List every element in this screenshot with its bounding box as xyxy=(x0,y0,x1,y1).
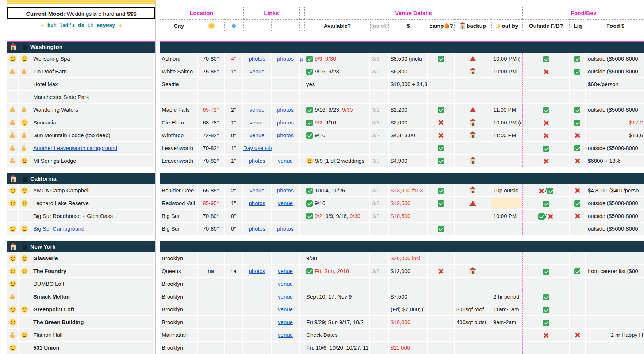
link-3-cell[interactable] xyxy=(300,142,304,155)
rating-1-cell[interactable] xyxy=(7,316,19,329)
price-cell[interactable]: $11,000 xyxy=(389,342,428,354)
outside-fb-cell[interactable] xyxy=(522,316,570,329)
food-cost-cell[interactable] xyxy=(586,290,644,303)
link-2-cell[interactable] xyxy=(272,78,300,91)
link-3-cell[interactable] xyxy=(300,65,304,78)
link-venue[interactable]: venue xyxy=(250,132,265,138)
section-icon-cell[interactable] xyxy=(19,173,30,184)
venue-name-cell[interactable]: Another Leavenworth campground xyxy=(30,142,155,155)
available-cell[interactable]: 9/2, 9/16 xyxy=(304,116,370,129)
temp-cell[interactable]: 65-72° xyxy=(198,104,225,116)
rating-2-cell[interactable] xyxy=(19,329,30,342)
rating-1-cell[interactable] xyxy=(7,278,19,290)
rain-cell[interactable] xyxy=(225,78,243,91)
backup-cell[interactable] xyxy=(455,278,491,290)
link-3-cell[interactable] xyxy=(300,129,304,142)
venue-name-cell[interactable]: Glasserie xyxy=(30,252,155,265)
section-icon-cell[interactable] xyxy=(19,241,30,252)
rain-cell[interactable] xyxy=(225,252,243,265)
link-photos[interactable]: photos xyxy=(249,158,265,164)
liquor-cell[interactable] xyxy=(570,329,586,342)
rain-cell[interactable] xyxy=(225,342,243,354)
liquor-cell[interactable] xyxy=(570,303,586,316)
available-cell[interactable] xyxy=(304,303,370,316)
link-venue[interactable]: venue xyxy=(250,187,265,193)
city-cell[interactable]: Brooklyn xyxy=(160,303,198,316)
food-cost-cell[interactable] xyxy=(586,342,644,354)
price-cell[interactable]: (Fri) $7,000; ( xyxy=(389,303,428,316)
backup-cell[interactable] xyxy=(455,129,491,142)
rating-1-cell[interactable] xyxy=(7,184,19,197)
temp-cell[interactable] xyxy=(198,303,225,316)
venue-name-cell[interactable]: Suncadia xyxy=(30,116,155,129)
rain-cell[interactable]: 1" xyxy=(225,155,243,168)
section-icon-cell[interactable] xyxy=(19,42,30,53)
city-cell[interactable]: Queens xyxy=(160,265,198,278)
available-cell[interactable]: Fri 9/29; Sun 9/17, 10/2 xyxy=(304,316,370,329)
rating-2-cell[interactable] xyxy=(19,116,30,129)
rating-2-cell[interactable] xyxy=(19,316,30,329)
link-3-cell[interactable] xyxy=(300,184,304,197)
camp-cell[interactable] xyxy=(428,104,455,116)
city-cell[interactable]: Leavenworth xyxy=(160,155,198,168)
link-photos[interactable]: photos xyxy=(249,226,265,232)
price-cell[interactable]: $10,000 + $1,3 xyxy=(389,78,428,91)
price-cell[interactable]: $26,000 incl xyxy=(389,252,428,265)
link-venue[interactable]: venue xyxy=(278,332,293,338)
rating-1-cell[interactable] xyxy=(7,290,19,303)
camp-cell[interactable] xyxy=(428,184,455,197)
col-header-available[interactable]: Available? xyxy=(304,19,370,32)
camp-cell[interactable] xyxy=(428,116,455,129)
link-1-cell[interactable]: venue xyxy=(243,116,272,129)
backup-cell[interactable] xyxy=(455,155,491,168)
out-by-cell[interactable]: 11:00 PM xyxy=(491,129,522,142)
food-cost-cell[interactable]: outside ($5000-8000 xyxy=(586,142,644,155)
camp-cell[interactable] xyxy=(428,223,455,235)
available-cell[interactable] xyxy=(304,278,370,290)
outside-fb-cell[interactable] xyxy=(522,329,570,342)
link-venue[interactable]: venue xyxy=(278,306,293,312)
temp-cell[interactable]: na xyxy=(198,265,225,278)
rating-2-cell[interactable] xyxy=(19,210,30,223)
col-header-outside-fb[interactable]: Outside F/B? xyxy=(522,19,570,32)
link-1-cell[interactable]: venue xyxy=(243,184,272,197)
link-1-cell[interactable]: photos xyxy=(243,53,272,65)
col-header-link-2[interactable] xyxy=(272,19,300,32)
city-cell[interactable]: Brooklyn xyxy=(160,290,198,303)
price-cell[interactable]: $4,900 xyxy=(389,155,428,168)
backup-cell[interactable] xyxy=(455,116,491,129)
temp-cell[interactable]: 70-80° xyxy=(198,53,225,65)
link-2-cell[interactable]: venue xyxy=(272,278,300,290)
col-header-price[interactable]: $ xyxy=(389,19,428,32)
link-photos[interactable]: photos xyxy=(249,200,265,206)
backup-cell[interactable] xyxy=(455,184,491,197)
price-cell[interactable]: $7,500 xyxy=(389,290,428,303)
liquor-cell[interactable] xyxy=(570,278,586,290)
col-header-rain[interactable] xyxy=(225,19,243,32)
venue-name-cell[interactable]: Wellspring Spa xyxy=(30,53,155,65)
link-2-cell[interactable]: venue xyxy=(272,290,300,303)
as-of-cell[interactable]: 3/3 xyxy=(370,155,389,168)
rain-cell[interactable]: 1" xyxy=(225,142,243,155)
temp-cell[interactable] xyxy=(198,290,225,303)
city-cell[interactable]: Winthrop xyxy=(160,129,198,142)
link-photos[interactable]: photos xyxy=(249,55,265,62)
city-cell[interactable]: Cle Elum xyxy=(160,116,198,129)
link-3-cell[interactable] xyxy=(300,342,304,354)
liquor-cell[interactable] xyxy=(570,290,586,303)
link-3-cell[interactable] xyxy=(300,303,304,316)
section-title-cell[interactable]: Washington xyxy=(30,42,155,53)
rain-cell[interactable] xyxy=(225,316,243,329)
temp-cell[interactable] xyxy=(198,252,225,265)
link-2-cell[interactable] xyxy=(272,252,300,265)
food-cost-cell[interactable]: $60+/person xyxy=(586,78,644,91)
temp-cell[interactable]: 70-80° xyxy=(198,210,225,223)
backup-cell[interactable] xyxy=(455,290,491,303)
camp-cell[interactable] xyxy=(428,303,455,316)
temp-cell[interactable]: 65-85° xyxy=(198,184,225,197)
link-2-cell[interactable]: venue xyxy=(272,316,300,329)
link-1-cell[interactable]: venue xyxy=(243,104,272,116)
available-cell[interactable]: 9/30 xyxy=(304,252,370,265)
col-header-city[interactable]: City xyxy=(160,19,198,32)
temp-cell[interactable]: 70-82° xyxy=(198,155,225,168)
